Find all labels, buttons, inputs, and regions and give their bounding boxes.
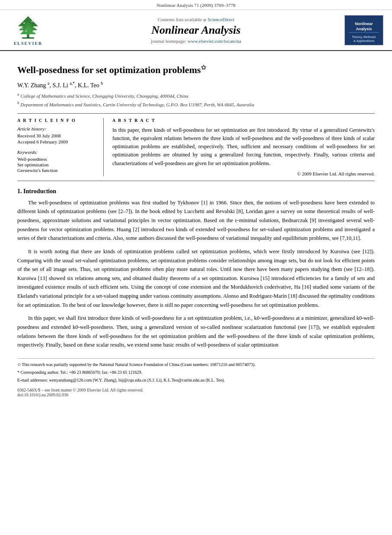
keyword-1: Well-posedness	[17, 156, 97, 162]
svg-point-6	[31, 21, 33, 22]
journal-title-area: Contents lists available at ScienceDirec…	[52, 17, 340, 44]
copyright-bar: 0362-546X/$ – see front matter © 2009 El…	[17, 388, 375, 397]
elsevier-brand-text: ELSEVIER	[14, 41, 43, 46]
footnote-1: ✩ This research was partially supported …	[17, 361, 375, 368]
journal-header: ELSEVIER Contents lists available at Sci…	[0, 10, 392, 51]
svg-point-7	[21, 27, 23, 29]
svg-text:Analysis: Analysis	[356, 27, 372, 31]
header-divider	[17, 113, 375, 114]
journal-citation: Nonlinear Analysis 71 (2009) 3769–3778	[0, 0, 392, 10]
section1-heading: 1. Introduction	[17, 188, 375, 195]
svg-point-8	[33, 27, 35, 29]
section1-para3: In this paper, we shall first introduce …	[17, 314, 375, 350]
article-info-label: A R T I C L E I N F O	[17, 118, 97, 123]
svg-text:& Applications: & Applications	[354, 39, 375, 43]
svg-point-5	[23, 22, 25, 24]
authors: W.Y. Zhang a, S.J. Li a,*, K.L. Teo b	[17, 81, 375, 89]
svg-point-10	[32, 31, 34, 33]
svg-point-9	[25, 30, 27, 32]
section1-para2: It is worth noting that there are kinds …	[17, 247, 375, 309]
abstract-col: A B S T R A C T In this paper, three kin…	[112, 118, 375, 176]
footnote-3: E-mail addresses: wenyanzhang@126.com (W…	[17, 377, 375, 383]
accepted-date: Accepted 6 February 2009	[17, 139, 97, 144]
affiliation-b: b Department of Mathematics and Statisti…	[17, 100, 375, 108]
journal-logo-svg: Nonlinear Analysis Theory, Methods & App…	[347, 17, 381, 43]
keyword-3: Gerstewitz's function	[17, 168, 97, 173]
elsevier-logo-area: ELSEVIER	[9, 14, 48, 46]
main-content: Well-posedness for set optimization prob…	[0, 51, 392, 406]
keywords-label: Keywords:	[17, 150, 97, 155]
affiliation-a: a College of Mathematics and Science, Ch…	[17, 92, 375, 99]
journal-homepage: journal homepage: www.elsevier.com/locat…	[52, 38, 340, 44]
journal-logo-box-area: Nonlinear Analysis Theory, Methods & App…	[344, 15, 383, 45]
sciencedirect-anchor[interactable]: ScienceDirect	[207, 17, 234, 22]
svg-text:Nonlinear: Nonlinear	[355, 22, 373, 26]
abstract-text: In this paper, three kinds of well-posed…	[112, 126, 375, 168]
svg-rect-1	[22, 38, 34, 39]
footnotes: ✩ This research was partially supported …	[17, 358, 375, 383]
sciencedirect-link: Contents lists available at ScienceDirec…	[52, 17, 340, 22]
article-history-label: Article history:	[17, 126, 97, 131]
abstract-label: A B S T R A C T	[112, 118, 375, 123]
abstract-copyright: © 2009 Elsevier Ltd. All rights reserved…	[112, 171, 375, 176]
journal-url[interactable]: www.elsevier.com/locate/na	[188, 38, 241, 44]
article-info-col: A R T I C L E I N F O Article history: R…	[17, 118, 104, 176]
body-divider	[17, 181, 375, 181]
received-date: Received 30 July 2008	[17, 133, 97, 138]
article-title: Well-posedness for set optimization prob…	[17, 64, 375, 76]
keyword-2: Set optimization	[17, 162, 97, 167]
svg-text:Theory, Methods: Theory, Methods	[352, 35, 376, 39]
section1-para1: The well-posedness of optimization probl…	[17, 198, 375, 243]
journal-logo-box: Nonlinear Analysis Theory, Methods & App…	[344, 15, 383, 45]
journal-name: Nonlinear Analysis	[52, 24, 340, 37]
elsevier-tree-icon	[13, 14, 43, 40]
footnote-2: * Corresponding author. Tel.: +86 23 868…	[17, 369, 375, 376]
article-info-abstract: A R T I C L E I N F O Article history: R…	[17, 118, 375, 176]
affiliations: a College of Mathematics and Science, Ch…	[17, 92, 375, 108]
